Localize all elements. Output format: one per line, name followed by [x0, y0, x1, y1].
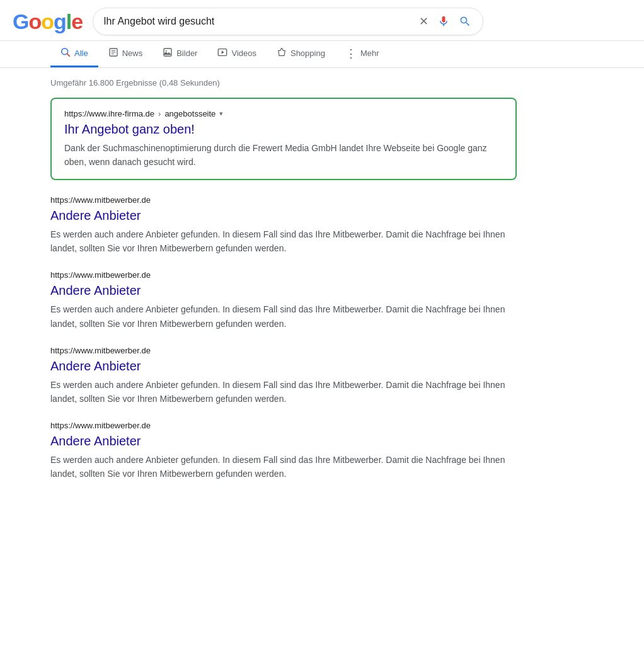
- tab-videos-label: Videos: [231, 49, 256, 58]
- result-item: https://www.mitbewerber.de Andere Anbiet…: [50, 195, 517, 255]
- search-bar: ✕: [93, 8, 483, 35]
- featured-result-snippet: Dank der Suchmaschinenoptimierung durch …: [64, 141, 503, 169]
- result-url-text-1: https://www.mitbewerber.de: [50, 270, 151, 280]
- clear-button[interactable]: ✕: [418, 13, 430, 30]
- shopping-tab-icon: [277, 47, 287, 59]
- close-icon: ✕: [419, 14, 428, 28]
- breadcrumb-sep: ›: [158, 109, 161, 118]
- result-item: https://www.mitbewerber.de Andere Anbiet…: [50, 270, 517, 330]
- result-item: https://www.mitbewerber.de Andere Anbiet…: [50, 421, 517, 481]
- mic-button[interactable]: [436, 14, 451, 29]
- svg-marker-9: [222, 50, 224, 54]
- tab-shopping[interactable]: Shopping: [267, 41, 335, 67]
- svg-line-1: [67, 54, 69, 56]
- tab-news[interactable]: News: [98, 41, 153, 67]
- tab-mehr[interactable]: ⋮ Mehr: [335, 42, 389, 67]
- results-list: https://www.mitbewerber.de Andere Anbiet…: [50, 195, 517, 481]
- logo-o1: o: [28, 9, 41, 34]
- tab-mehr-label: Mehr: [360, 49, 379, 58]
- search-icon: [459, 15, 471, 28]
- featured-result: https://www.ihre-firma.de › angebotsseit…: [50, 98, 517, 180]
- dropdown-arrow-icon[interactable]: ▾: [219, 110, 223, 118]
- result-title-3[interactable]: Andere Anbieter: [50, 433, 517, 449]
- result-url-1: https://www.mitbewerber.de: [50, 270, 517, 280]
- mic-icon: [437, 15, 450, 28]
- result-url-text-2: https://www.mitbewerber.de: [50, 346, 151, 355]
- main-content: Umgefähr 16.800 Ergebnisse (0,48 Sekunde…: [0, 68, 567, 506]
- result-snippet-0: Es werden auch andere Anbieter gefunden.…: [50, 227, 517, 255]
- featured-result-title[interactable]: Ihr Angebot ganz oben!: [64, 121, 503, 137]
- result-url-text-3: https://www.mitbewerber.de: [50, 421, 151, 430]
- logo-l: l: [66, 9, 71, 34]
- result-url-3: https://www.mitbewerber.de: [50, 421, 517, 430]
- result-title-1[interactable]: Andere Anbieter: [50, 282, 517, 299]
- featured-breadcrumb: angebotsseite: [164, 109, 216, 118]
- logo-g2: g: [54, 9, 66, 34]
- logo-g: G: [13, 9, 28, 34]
- tab-shopping-label: Shopping: [290, 49, 325, 58]
- result-snippet-1: Es werden auch andere Anbieter gefunden.…: [50, 302, 517, 330]
- result-snippet-2: Es werden auch andere Anbieter gefunden.…: [50, 378, 517, 406]
- videos-tab-icon: [217, 47, 227, 59]
- header: G o o g l e ✕: [0, 0, 644, 41]
- tab-videos[interactable]: Videos: [207, 41, 267, 67]
- search-input[interactable]: [103, 16, 413, 27]
- search-icons: ✕: [418, 13, 473, 30]
- result-item: https://www.mitbewerber.de Andere Anbiet…: [50, 346, 517, 406]
- tab-alle-label: Alle: [74, 49, 88, 58]
- tab-bilder[interactable]: Bilder: [152, 41, 207, 67]
- mehr-tab-icon: ⋮: [345, 48, 357, 59]
- featured-result-url: https://www.ihre-firma.de › angebotsseit…: [64, 109, 503, 118]
- result-title-2[interactable]: Andere Anbieter: [50, 358, 517, 374]
- tab-alle[interactable]: Alle: [50, 41, 98, 67]
- bilder-tab-icon: [163, 47, 173, 59]
- tab-news-label: News: [122, 49, 143, 58]
- svg-rect-6: [164, 49, 171, 56]
- logo-e: e: [71, 9, 83, 34]
- news-tab-icon: [108, 47, 118, 59]
- result-snippet-3: Es werden auch andere Anbieter gefunden.…: [50, 453, 517, 481]
- results-count: Umgefähr 16.800 Ergebnisse (0,48 Sekunde…: [50, 78, 517, 88]
- search-tab-icon: [60, 47, 71, 59]
- logo-o2: o: [41, 9, 54, 34]
- result-url-text-0: https://www.mitbewerber.de: [50, 195, 151, 205]
- result-url-0: https://www.mitbewerber.de: [50, 195, 517, 205]
- search-button[interactable]: [457, 14, 473, 29]
- featured-url-text: https://www.ihre-firma.de: [64, 109, 154, 118]
- google-logo: G o o g l e: [13, 9, 83, 34]
- result-title-0[interactable]: Andere Anbieter: [50, 207, 517, 224]
- svg-point-7: [166, 50, 167, 52]
- result-url-2: https://www.mitbewerber.de: [50, 346, 517, 355]
- tab-bilder-label: Bilder: [176, 49, 197, 58]
- nav-tabs: Alle News Bilder: [0, 41, 644, 68]
